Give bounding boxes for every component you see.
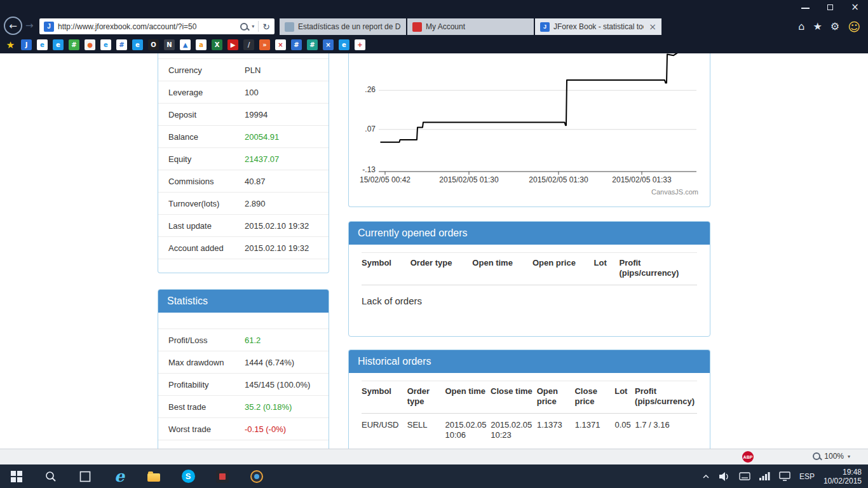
chevron-down-icon[interactable]: ▾ [252,24,254,29]
chart-plot [379,53,696,177]
adblock-icon[interactable]: ABP [742,451,754,463]
search-icon[interactable] [240,23,248,30]
statistics-panel: Statistics Profit/Loss61.2Max drawdown14… [158,289,329,449]
fav-jforex-icon[interactable]: J [21,39,32,50]
maximize-button[interactable] [826,3,834,11]
fav-site-icon-3[interactable]: # [69,39,79,50]
fav-site-icon-15[interactable]: » [259,39,270,50]
canvasjs-link[interactable]: CanvasJS.com [651,188,698,196]
fav-site-icon-10[interactable]: ▲ [180,39,191,50]
column-header: Open price [532,258,594,278]
tab-close-icon[interactable]: × [648,22,656,32]
fav-site-icon-17[interactable]: # [291,39,302,50]
fav-site-icon-8[interactable]: O [148,39,159,50]
taskbar-app-button-1[interactable] [208,464,236,488]
feedback-smiley-icon[interactable]: ☺ [848,20,860,34]
window-controls: × [801,3,859,11]
info-row: Max drawdown1444 (6.74%) [158,351,329,374]
zoom-level: 100% [824,452,844,461]
info-row: Leverage100 [158,81,329,104]
taskbar-ie-button[interactable]: e [105,464,133,488]
windows-logo-icon [11,471,22,482]
browser-tab[interactable]: JJForex Book - statistical tools× [535,18,661,35]
task-view-button[interactable] [71,464,99,488]
info-value: 1444 (6.74%) [245,358,318,367]
info-value: 2.890 [245,199,318,208]
column-header: Lot [614,386,635,407]
equity-chart: CanvasJS.com .26.07-.1315/02/05 00:42201… [348,53,710,207]
home-icon[interactable]: ⌂ [798,20,804,34]
x-axis-tick-label: 2015/02/05 01:30 [520,175,597,184]
favorites-bar: ★Jee#●e#eON▲aX▶/»×##×e+ [0,36,868,53]
network-icon[interactable] [759,472,770,480]
language-indicator[interactable]: ESP [799,472,815,481]
taskbar: e S [0,464,868,488]
browser-tab[interactable]: Estadísticas de un report de Du... [280,18,406,35]
keyboard-icon[interactable] [739,472,750,480]
taskbar-skype-button[interactable]: S [174,464,202,488]
fav-site-icon-5[interactable]: e [100,39,111,50]
info-row: Turnover(lots)2.890 [158,193,329,215]
column-header: Close time [491,386,537,407]
fav-site-icon-19[interactable]: × [323,39,334,50]
favorites-star-icon[interactable]: ★ [5,39,16,50]
fav-site-icon-20[interactable]: e [339,39,349,50]
fav-site-icon-18[interactable]: # [307,39,318,50]
favorites-icon[interactable]: ★ [813,20,822,34]
forward-button[interactable]: → [25,20,34,31]
info-value: 40.87 [245,177,318,186]
minimize-button[interactable] [801,3,810,11]
file-explorer-icon [147,473,160,482]
volume-icon[interactable] [719,471,730,482]
zoom-icon [813,452,820,460]
fav-site-icon-14[interactable]: / [243,39,254,50]
empty-orders-text: Lack of orders [362,285,697,316]
column-header: Symbol [362,386,407,407]
refresh-icon[interactable]: ↻ [262,22,270,32]
fav-site-icon-21[interactable]: + [355,39,365,50]
fav-site-icon-11[interactable]: a [196,39,207,50]
fav-site-icon-13[interactable]: ▶ [227,39,238,50]
fav-site-icon-6[interactable]: # [116,39,127,50]
tab-label: My Account [426,22,529,31]
start-button[interactable] [3,464,31,488]
fav-site-icon-4[interactable]: ● [85,39,95,50]
x-axis-tick-label: 2015/02/05 01:30 [431,175,507,184]
zoom-control[interactable]: 100% ▾ [813,452,850,461]
fav-site-icon-2[interactable]: e [53,39,64,50]
gear-icon[interactable]: ⚙ [831,20,839,34]
taskbar-apps: e S [0,464,271,488]
fav-site-icon-9[interactable]: N [164,39,175,50]
table-body: EUR/USDSELL2015.02.05 10:062015.02.05 10… [362,414,697,447]
site-favicon: J [44,22,54,32]
address-bar[interactable]: J http://www.jforexbook.com/account/?i=5… [39,18,275,34]
tray-expand-icon[interactable] [702,474,710,479]
info-label: Max drawdown [168,358,245,367]
info-row: Balance20054.91 [158,126,329,148]
display-icon[interactable] [779,471,790,481]
browser-chrome: × ← → J http://www.jforexbook.com/accoun… [0,0,868,53]
divider [258,21,259,32]
info-label: Last update [168,221,245,231]
close-window-button[interactable]: × [851,3,859,11]
info-value: 100 [245,88,318,97]
fav-site-icon-12[interactable]: X [212,39,222,50]
browser-tab[interactable]: My Account [407,18,534,35]
fav-site-icon-16[interactable]: × [275,39,286,50]
back-button[interactable]: ← [4,17,22,35]
opened-orders-table: SymbolOrder typeOpen timeOpen priceLotPr… [362,252,697,316]
column-header: Open time [472,258,532,278]
trading-app-icon [216,470,229,483]
fav-site-icon-7[interactable]: e [132,39,143,50]
url-text[interactable]: http://www.jforexbook.com/account/?i=50 [58,22,236,31]
fav-site-icon-1[interactable]: e [37,39,48,50]
taskbar-search-button[interactable] [37,464,65,488]
column-header: Open price [537,386,575,407]
clock[interactable]: 19:48 10/02/2015 [824,468,862,485]
info-label: Best trade [168,402,245,412]
info-label: Profit/Loss [168,336,245,345]
order-cell: SELL [407,420,445,440]
y-axis-tick-label: -.13 [349,165,376,174]
taskbar-app-button-2[interactable] [243,464,271,488]
taskbar-explorer-button[interactable] [140,464,168,488]
